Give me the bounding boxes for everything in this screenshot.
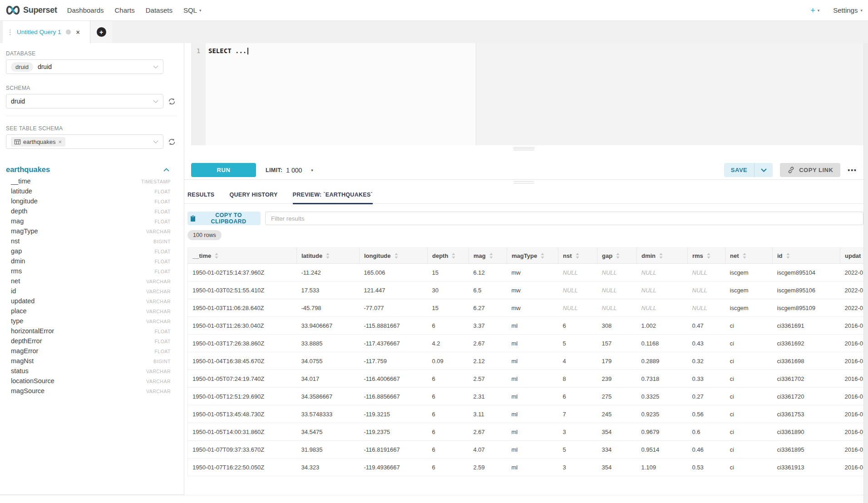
results-tab[interactable]: RESULTS [187, 192, 215, 204]
table-cell: 0.3325 [637, 388, 688, 405]
menu-dashboards[interactable]: Dashboards [62, 6, 109, 14]
editor-code-area[interactable]: SELECT ... [206, 43, 863, 145]
copy-to-clipboard-button[interactable]: COPY TO CLIPBOARD [187, 212, 261, 225]
table-cell: NULL [688, 299, 725, 317]
schema-column: depthErrorFLOAT [6, 337, 171, 347]
caret-down-icon: ▾ [199, 8, 202, 13]
results-tab[interactable]: PREVIEW: `EARTHQUAKES` [293, 192, 373, 204]
grid-header-cell[interactable]: rms [688, 248, 725, 264]
drag-handle-icon[interactable]: ⋮ [7, 28, 14, 36]
pane-divider-handle[interactable] [514, 181, 534, 183]
table-cell: 0.56 [688, 405, 725, 423]
limit-value: 1 000 [286, 167, 302, 174]
database-select[interactable]: druid druid [6, 59, 163, 74]
table-cell: 6 [558, 388, 597, 405]
schema-select[interactable]: druid [6, 94, 163, 108]
copy-link-label: COPY LINK [799, 167, 833, 173]
table-cell: 2016-0 [840, 388, 865, 405]
sql-editor[interactable]: 1 SELECT ... [191, 43, 863, 145]
refresh-tables-icon[interactable] [168, 138, 176, 146]
schema-column: magFLOAT [6, 217, 171, 227]
collapse-chevron-up-icon[interactable] [163, 168, 169, 172]
column-name: magType [11, 227, 38, 235]
table-cell: 3 [558, 459, 597, 476]
sort-icon [452, 253, 455, 259]
grid-header-cell[interactable]: depth [428, 248, 469, 264]
table-cell: 0.09 [428, 352, 469, 370]
save-button[interactable]: SAVE [724, 163, 754, 177]
table-row: 1950-01-02T15:14:37.960Z-11.242165.00615… [188, 264, 865, 281]
column-type: VARCHAR [146, 369, 171, 374]
main-menu: Dashboards Charts Datasets SQL▾ [62, 6, 207, 14]
superset-brand[interactable]: Superset [5, 5, 57, 15]
table-cell: ci3361691 [773, 317, 840, 335]
column-name: longitude [11, 197, 38, 205]
grid-header-cell[interactable]: mag [469, 248, 507, 264]
schema-column: horizontalErrorFLOAT [6, 327, 171, 337]
save-options-button[interactable] [755, 163, 773, 177]
table-cell: 6 [428, 388, 469, 405]
results-tab[interactable]: QUERY HISTORY [230, 192, 278, 204]
schema-column: nstBIGINT [6, 237, 171, 247]
run-button[interactable]: RUN [191, 163, 256, 177]
query-tab-active[interactable]: ⋮ Untitled Query 1 × [3, 21, 90, 43]
menu-charts[interactable]: Charts [109, 6, 140, 14]
grid-header-cell[interactable]: longitude [360, 248, 428, 264]
editor-toolbar: RUN LIMIT: 1 000 ▾ SAVE [184, 161, 863, 180]
grid-header-cell[interactable]: id [773, 248, 840, 264]
table-cell: NULL [597, 281, 637, 299]
table-cell: 2016-0 [840, 405, 865, 423]
table-cell: 2016-0 [840, 352, 865, 370]
table-row: 1950-01-04T16:38:45.670Z34.0755-117.7590… [188, 352, 865, 370]
table-cell: 7 [558, 405, 597, 423]
table-cell: ci [725, 352, 773, 370]
grid-header-cell[interactable]: dmin [637, 248, 688, 264]
table-cell: ci3361698 [773, 352, 840, 370]
grid-body: 1950-01-02T15:14:37.960Z-11.242165.00615… [188, 264, 865, 476]
new-tab-button[interactable]: + [97, 27, 106, 37]
column-type: FLOAT [154, 259, 171, 264]
more-menu-icon[interactable]: ••• [848, 167, 857, 174]
grid-header-cell[interactable]: net [725, 248, 773, 264]
table-row: 1950-01-05T13:45:48.730Z33.5748333-119.3… [188, 405, 865, 423]
close-tab-icon[interactable]: × [76, 29, 80, 36]
settings-menu[interactable]: Settings ▾ [833, 6, 863, 14]
copy-link-button[interactable]: COPY LINK [780, 163, 840, 177]
schema-column: latitudeFLOAT [6, 187, 171, 197]
table-cell: 17.533 [297, 281, 360, 299]
menu-datasets[interactable]: Datasets [140, 6, 178, 14]
table-cell: 6 [428, 405, 469, 423]
new-item-button[interactable]: + ▾ [810, 6, 819, 15]
grid-header-cell[interactable]: __time [188, 248, 297, 264]
grid-header-row: __timelatitudelongitudedepthmagmagTypens… [188, 248, 865, 264]
chevron-down-icon [153, 140, 158, 143]
table-row: 1950-01-07T09:37:33.670Z31.9835-116.8191… [188, 441, 865, 459]
table-grid-icon [15, 139, 20, 144]
grid-header-cell[interactable]: magType [507, 248, 558, 264]
column-type: VARCHAR [146, 319, 171, 324]
remove-table-icon[interactable]: × [59, 138, 62, 145]
top-navbar: Superset Dashboards Charts Datasets SQL▾… [0, 0, 868, 21]
table-cell: ci3361720 [773, 388, 840, 405]
vertical-scrollbar[interactable] [863, 43, 868, 503]
grid-header-cell[interactable]: latitude [297, 248, 360, 264]
column-name: rms [11, 267, 22, 275]
grid-header-cell[interactable]: gap [597, 248, 637, 264]
query-tabbar: ⋮ Untitled Query 1 × + [0, 21, 868, 43]
table-cell: 8 [558, 370, 597, 388]
menu-sql[interactable]: SQL▾ [178, 6, 207, 14]
filter-results-input[interactable] [265, 212, 863, 225]
table-cell: ml [507, 335, 558, 352]
editor-resize-handle[interactable] [513, 147, 534, 151]
refresh-schemas-icon[interactable] [168, 98, 176, 105]
sort-icon [659, 253, 663, 259]
limit-dropdown[interactable]: LIMIT: 1 000 ▾ [266, 167, 313, 174]
grid-header-cell[interactable]: updat [840, 248, 865, 264]
grid-header-cell[interactable]: nst [558, 248, 597, 264]
table-select[interactable]: earthquakes × [6, 134, 163, 149]
caret-down-icon: ▾ [860, 8, 863, 13]
table-cell: 1950-01-05T13:45:48.730Z [188, 405, 297, 423]
table-cell: 245 [597, 405, 637, 423]
schema-column: dminFLOAT [6, 257, 171, 267]
table-cell: iscgem895109 [773, 299, 840, 317]
